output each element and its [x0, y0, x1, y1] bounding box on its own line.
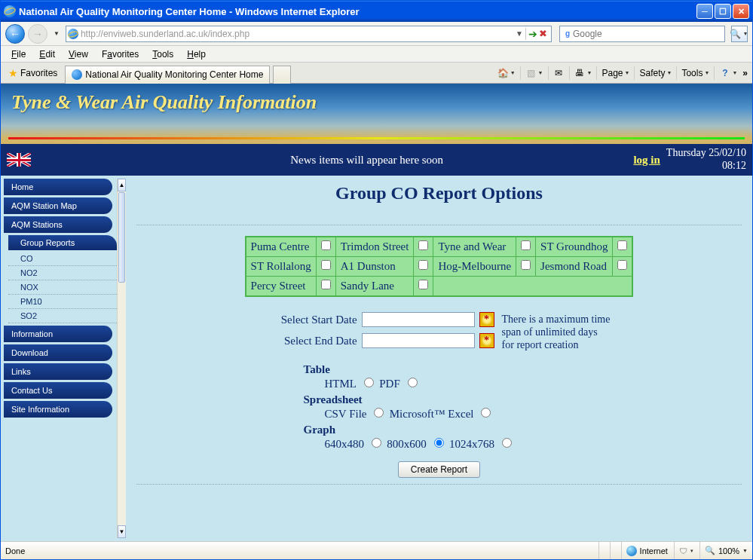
address-input[interactable]: [81, 29, 513, 39]
station-checkbox[interactable]: [321, 260, 331, 270]
minimize-button[interactable]: ─: [696, 4, 713, 19]
graph-group-title: Graph: [304, 424, 575, 436]
page-heading: Group CO Report Options: [136, 183, 742, 203]
help-button[interactable]: ?▼: [718, 66, 739, 80]
sidebar-scrollbar[interactable]: ▲ ▼: [117, 179, 126, 538]
read-mail-button[interactable]: ✉: [552, 66, 566, 80]
uk-flag-icon[interactable]: [7, 153, 31, 167]
stop-button[interactable]: ✖: [539, 28, 547, 39]
start-date-input[interactable]: [362, 312, 475, 327]
sidebar-item-information[interactable]: Information: [4, 326, 112, 342]
station-checkbox[interactable]: [418, 240, 428, 250]
nav-history-dropdown[interactable]: ▼: [54, 30, 60, 37]
scroll-thumb[interactable]: [118, 192, 125, 283]
expand-chevrons[interactable]: »: [741, 66, 749, 80]
start-date-calendar-button[interactable]: [479, 312, 494, 327]
station-checkbox[interactable]: [521, 260, 531, 270]
search-button[interactable]: 🔍▾: [731, 26, 748, 42]
menu-file[interactable]: File: [5, 47, 32, 61]
favorites-label: Favorites: [20, 68, 57, 78]
print-button[interactable]: 🖶▼: [573, 66, 594, 80]
station-checkbox[interactable]: [321, 240, 331, 250]
browser-tab[interactable]: National Air Quality Monitoring Center H…: [65, 66, 270, 84]
search-input[interactable]: [573, 29, 722, 39]
station-checkbox[interactable]: [521, 240, 531, 250]
sidebar-subitem-pm10[interactable]: PM10: [8, 295, 117, 309]
safety-menu[interactable]: Safety▼: [638, 66, 673, 80]
page-body: Group CO Report Options Puma Centre Trim…: [126, 176, 752, 541]
start-date-label: Select Start Date: [268, 314, 357, 326]
sidebar-subitem-co[interactable]: CO: [8, 252, 117, 266]
forward-button[interactable]: →: [28, 24, 47, 44]
globe-icon: [626, 546, 637, 556]
sidebar-item-station-map[interactable]: AQM Station Map: [4, 197, 112, 214]
news-ticker: News items will appear here soon: [40, 154, 633, 167]
back-button[interactable]: ←: [5, 24, 25, 44]
sidebar-item-contact[interactable]: Contact Us: [4, 382, 112, 399]
create-report-button[interactable]: Create Report: [398, 461, 480, 478]
home-button[interactable]: 🏠▼: [496, 66, 517, 80]
sidebar-subitem-no2[interactable]: NO2: [8, 266, 117, 280]
address-dropdown[interactable]: ▼: [513, 29, 525, 38]
tools-menu[interactable]: Tools▼: [680, 66, 711, 80]
station-checkbox[interactable]: [617, 240, 627, 250]
protected-mode[interactable]: 🛡▾: [674, 542, 693, 559]
station-checkbox[interactable]: [418, 260, 428, 270]
go-button[interactable]: ➔: [528, 28, 537, 40]
close-button[interactable]: ✕: [733, 4, 749, 19]
maximize-button[interactable]: ☐: [715, 4, 731, 19]
graph-640-label: 640x480: [325, 438, 365, 450]
format-excel-label: Microsoft™ Excel: [390, 408, 474, 420]
sidebar-subitem-so2[interactable]: SO2: [8, 309, 117, 323]
station-checkbox[interactable]: [617, 260, 627, 270]
sidebar-item-links[interactable]: Links: [4, 363, 112, 380]
station-checkbox[interactable]: [321, 280, 331, 289]
zoom-control[interactable]: 🔍100%▼: [699, 542, 748, 559]
menu-tools[interactable]: Tools: [146, 47, 179, 61]
menu-edit[interactable]: Edit: [33, 47, 61, 61]
sidebar-item-download[interactable]: Download: [4, 344, 112, 361]
end-date-calendar-button[interactable]: [479, 333, 494, 348]
address-bar[interactable]: ▼ ➔ ✖: [66, 26, 552, 42]
sidebar-item-site-info[interactable]: Site Information: [4, 401, 112, 418]
menu-view[interactable]: View: [63, 47, 94, 61]
graph-800-radio[interactable]: [434, 438, 444, 448]
sidebar-item-stations[interactable]: AQM Stations: [4, 216, 112, 233]
format-html-radio[interactable]: [364, 378, 374, 387]
internet-zone[interactable]: Internet: [621, 542, 668, 559]
divider: [136, 225, 742, 225]
table-group-title: Table: [304, 363, 575, 376]
end-date-input[interactable]: [362, 333, 475, 348]
table-row: Puma Centre Trimdon Street Tyne and Wear…: [246, 237, 633, 257]
format-excel-radio[interactable]: [481, 408, 491, 418]
sidebar-item-home[interactable]: Home: [4, 179, 112, 195]
station-checkbox[interactable]: [418, 280, 428, 289]
station-label: Percy Street: [246, 277, 317, 297]
format-html-label: HTML: [325, 378, 357, 390]
format-pdf-radio[interactable]: [408, 378, 418, 387]
new-tab-button[interactable]: [273, 66, 291, 84]
scroll-up-button[interactable]: ▲: [118, 179, 126, 191]
graph-1024-radio[interactable]: [502, 438, 512, 448]
graph-640-radio[interactable]: [372, 438, 381, 448]
scroll-down-button[interactable]: ▼: [118, 525, 126, 538]
menu-favorites[interactable]: Favorites: [96, 47, 145, 61]
sidebar-subitem-nox[interactable]: NOX: [8, 280, 117, 295]
print-icon: 🖶: [574, 67, 586, 78]
favorites-button[interactable]: ★Favorites: [4, 66, 62, 81]
date-text: Thursday 25/02/10: [666, 147, 746, 160]
station-selection-table: Puma Centre Trimdon Street Tyne and Wear…: [245, 236, 634, 297]
zone-label: Internet: [640, 546, 668, 555]
safety-label: Safety: [639, 68, 665, 78]
command-bar: 🏠▼ ▧▼ ✉ 🖶▼ Page▼ Safety▼ Tools▼ ?▼ »: [496, 66, 749, 80]
status-text: Done: [5, 546, 25, 555]
feeds-button[interactable]: ▧▼: [524, 66, 545, 80]
time-text: 08:12: [666, 160, 746, 173]
sidebar-subitem-group-reports[interactable]: Group Reports: [8, 235, 117, 250]
login-link[interactable]: log in: [633, 154, 660, 167]
search-bar[interactable]: g: [559, 26, 725, 42]
menu-help[interactable]: Help: [181, 47, 212, 61]
format-csv-radio[interactable]: [374, 408, 384, 418]
page-label: Page: [601, 68, 623, 78]
page-menu[interactable]: Page▼: [600, 66, 631, 80]
